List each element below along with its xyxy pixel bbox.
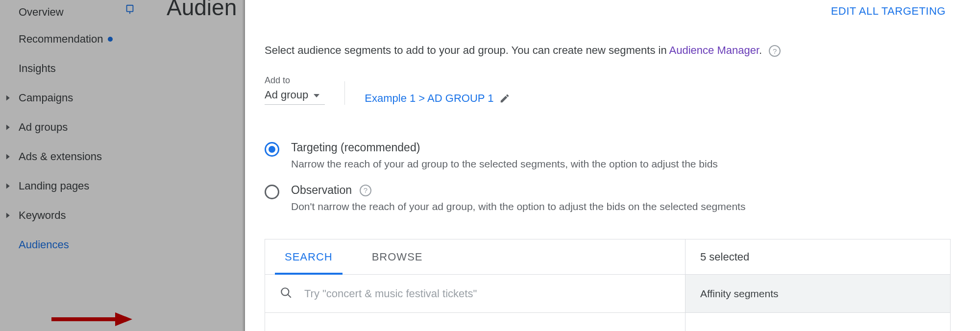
- radio-observation[interactable]: Observation ? Don't narrow the reach of …: [265, 177, 951, 219]
- sidebar-item-label: Insights: [19, 62, 56, 75]
- background-strip: Audien: [147, 0, 245, 331]
- sidebar-item-campaigns[interactable]: Campaigns: [0, 83, 147, 113]
- help-icon[interactable]: ?: [769, 45, 781, 57]
- sidebar-item-label: Ads & extensions: [19, 150, 102, 163]
- sidebar-item-label: Ad groups: [19, 121, 68, 134]
- chevron-right-icon: [5, 212, 12, 219]
- chevron-right-icon: [5, 95, 12, 101]
- sidebar-item-audiences[interactable]: Audiences: [0, 230, 147, 260]
- sidebar-item-overview[interactable]: Overview: [0, 0, 147, 24]
- radio-icon: [265, 185, 279, 199]
- svg-line-5: [288, 294, 291, 298]
- pin-icon: [124, 4, 135, 15]
- add-to-dropdown[interactable]: Add to Ad group: [265, 75, 325, 105]
- radio-targeting-title: Targeting (recommended): [291, 141, 718, 154]
- sidebar-item-label: Recommendation: [19, 33, 103, 46]
- radio-icon: [265, 142, 279, 157]
- chevron-down-icon: [313, 89, 320, 101]
- sidebar-item-landing-pages[interactable]: Landing pages: [0, 171, 147, 201]
- sidebar-item-recommendations[interactable]: Recommendation: [0, 24, 147, 54]
- divider: [344, 81, 345, 105]
- add-to-value: Ad group: [265, 89, 308, 101]
- sidebar-item-label: Campaigns: [19, 92, 73, 104]
- intro-prefix: Select audience segments to add to your …: [265, 44, 669, 56]
- help-icon[interactable]: ?: [360, 185, 371, 196]
- sidebar-item-label: Overview: [19, 6, 64, 19]
- sidebar-item-ad-groups[interactable]: Ad groups: [0, 113, 147, 142]
- radio-targeting-desc: Narrow the reach of your ad group to the…: [291, 158, 718, 170]
- chevron-right-icon: [5, 183, 12, 189]
- radio-observation-title: Observation: [291, 184, 352, 197]
- intro-suffix: .: [759, 44, 762, 56]
- sidebar: Overview Recommendation Insights Campaig…: [0, 0, 147, 331]
- svg-marker-3: [115, 312, 132, 326]
- sidebar-item-label: Keywords: [19, 209, 66, 222]
- affinity-segments-header: Affinity segments: [686, 275, 950, 313]
- svg-rect-0: [127, 5, 133, 12]
- arrow-annotation-icon: [49, 309, 132, 331]
- selected-count: 5 selected: [686, 239, 950, 275]
- sidebar-item-label: Landing pages: [19, 180, 89, 192]
- breadcrumb[interactable]: Example 1 > AD GROUP 1: [365, 92, 510, 105]
- audience-panel: EDIT ALL TARGETING Select audience segme…: [245, 0, 980, 331]
- segment-search-input[interactable]: [304, 287, 670, 300]
- intro-text: Select audience segments to add to your …: [265, 44, 951, 57]
- svg-point-4: [281, 288, 289, 295]
- notification-dot-icon: [108, 37, 113, 42]
- radio-targeting[interactable]: Targeting (recommended) Narrow the reach…: [265, 134, 951, 177]
- sidebar-item-label: Audiences: [19, 238, 69, 251]
- tab-browse[interactable]: BROWSE: [352, 239, 442, 274]
- sidebar-item-keywords[interactable]: Keywords: [0, 201, 147, 230]
- edit-all-targeting-button[interactable]: EDIT ALL TARGETING: [831, 5, 946, 18]
- tab-search[interactable]: SEARCH: [265, 239, 352, 274]
- pencil-icon[interactable]: [499, 93, 510, 104]
- chevron-right-icon: [5, 153, 12, 160]
- radio-observation-desc: Don't narrow the reach of your ad group,…: [291, 201, 745, 213]
- chevron-right-icon: [5, 124, 12, 131]
- add-to-label: Add to: [265, 75, 325, 86]
- search-icon: [280, 286, 293, 301]
- breadcrumb-text: Example 1 > AD GROUP 1: [365, 92, 493, 105]
- sidebar-item-insights[interactable]: Insights: [0, 54, 147, 83]
- sidebar-item-ads-extensions[interactable]: Ads & extensions: [0, 142, 147, 171]
- audience-manager-link[interactable]: Audience Manager: [669, 44, 759, 56]
- page-title: Audien: [167, 0, 237, 21]
- segment-picker: SEARCH BROWSE 5 selected Affinity segmen…: [265, 239, 951, 331]
